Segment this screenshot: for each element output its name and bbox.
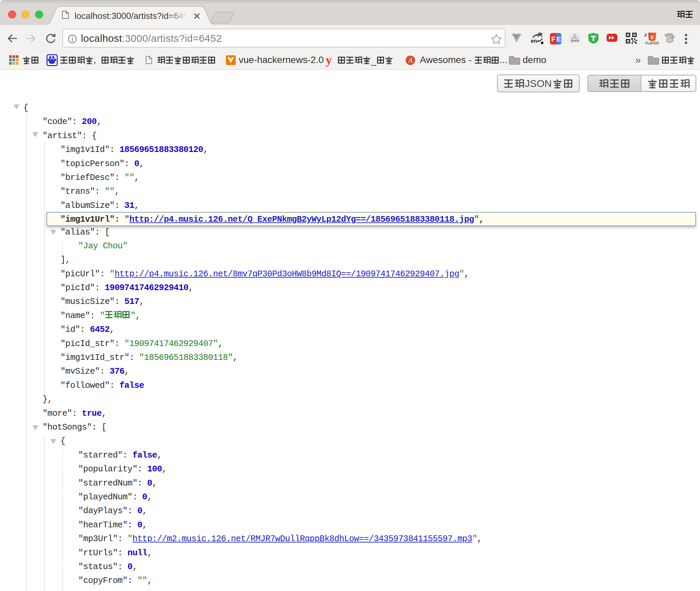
svg-text:F: F <box>551 35 556 43</box>
svg-text:A: A <box>408 57 413 64</box>
svg-text:E: E <box>557 35 561 43</box>
svg-text:5: 5 <box>650 34 653 40</box>
svg-text:PLAYER: PLAYER <box>645 41 659 45</box>
svg-text:en: en <box>531 38 537 44</box>
